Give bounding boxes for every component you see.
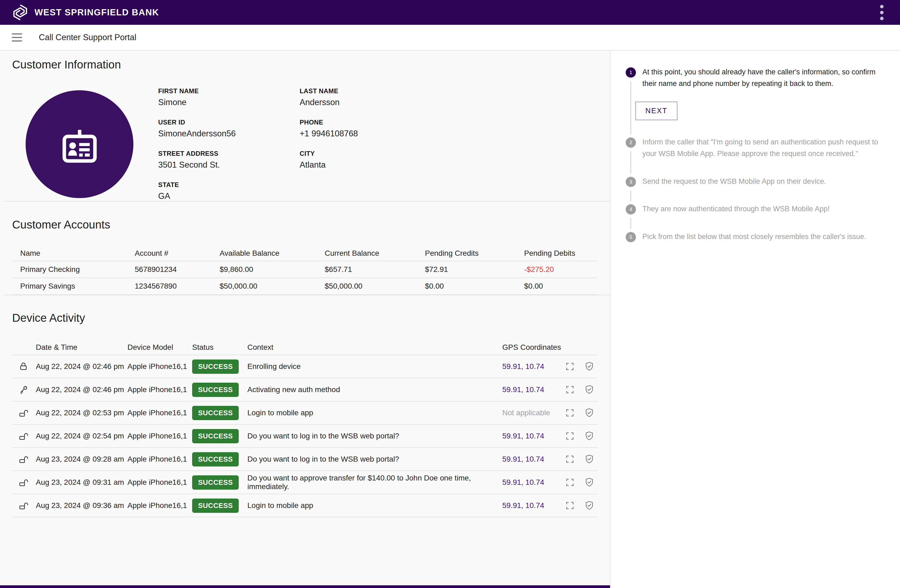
customer-information-block: FIRST NAME Simone USER ID SimoneAndersso…	[0, 87, 610, 201]
shield-check-icon[interactable]	[582, 429, 596, 443]
page-title: Call Center Support Portal	[39, 33, 137, 42]
gps-not-applicable: Not applicable	[502, 408, 563, 417]
expand-icon[interactable]	[563, 406, 577, 420]
shield-check-icon[interactable]	[582, 475, 596, 489]
device-activity-row: Aug 22, 2024 @ 02:53 pm Apple iPhone16,1…	[12, 402, 598, 425]
account-row: Primary Savings 1234567890 $50,000.00 $5…	[12, 278, 598, 295]
status-badge: SUCCESS	[192, 383, 239, 397]
field-first-name: FIRST NAME Simone	[158, 87, 299, 107]
status-badge: SUCCESS	[192, 452, 239, 467]
step-3: 3 Send the request to the WSB Mobile App…	[626, 177, 889, 205]
expand-icon[interactable]	[563, 452, 577, 466]
device-activity-row: Aug 23, 2024 @ 09:28 am Apple iPhone16,1…	[12, 448, 598, 471]
step-connector	[630, 191, 631, 201]
expand-icon[interactable]	[563, 360, 577, 374]
field-state: STATE GA	[158, 181, 299, 201]
field-phone: PHONE +1 9946108768	[299, 119, 441, 138]
device-activity-row: Aug 23, 2024 @ 09:31 am Apple iPhone16,1…	[12, 471, 598, 494]
guidance-stepper: 1 At this point, you should already have…	[611, 51, 900, 588]
device-activity-row: Aug 23, 2024 @ 09:36 am Apple iPhone16,1…	[12, 494, 598, 517]
lock-open-icon	[12, 455, 36, 464]
gps-coordinates-link[interactable]: 59.91, 10.74	[502, 362, 563, 371]
device-activity-heading: Device Activity	[0, 312, 610, 324]
field-street-address: STREET ADDRESS 3501 Second St.	[158, 150, 299, 170]
status-badge: SUCCESS	[192, 360, 239, 374]
lock-closed-icon	[12, 361, 36, 371]
bank-logo-icon	[12, 4, 29, 21]
gps-coordinates-link[interactable]: 59.91, 10.74	[502, 455, 563, 464]
expand-icon[interactable]	[563, 383, 577, 397]
step-number-badge: 5	[626, 232, 636, 242]
brand-name: WEST SPRINGFIELD BANK	[34, 7, 159, 17]
section-divider	[4, 295, 610, 295]
shield-check-icon[interactable]	[582, 360, 596, 374]
id-badge-icon	[53, 118, 106, 171]
footer-strip	[0, 585, 610, 588]
step-number-badge: 3	[626, 177, 636, 187]
accounts-header-row: Name Account # Available Balance Current…	[12, 246, 598, 261]
step-number-badge: 1	[626, 67, 636, 78]
device-activity-table: Date & Time Device Model Status Context …	[0, 340, 610, 517]
field-city: CITY Atlanta	[299, 150, 441, 170]
step-1: 1 At this point, you should already have…	[626, 67, 889, 137]
step-connector	[630, 81, 631, 134]
hamburger-menu-icon[interactable]	[12, 33, 22, 42]
gps-coordinates-link[interactable]: 59.91, 10.74	[502, 385, 563, 394]
kebab-menu-icon[interactable]	[875, 4, 888, 20]
gps-coordinates-link[interactable]: 59.91, 10.74	[502, 432, 563, 440]
customer-accounts-table: Name Account # Available Balance Current…	[0, 246, 610, 295]
step-5: 5 Pick from the list below that most clo…	[626, 232, 889, 242]
step-connector	[630, 218, 631, 229]
shield-check-icon[interactable]	[582, 406, 596, 420]
device-activity-header-row: Date & Time Device Model Status Context …	[12, 340, 598, 355]
step-4: 4 They are now authenticated through the…	[626, 204, 889, 232]
shield-check-icon[interactable]	[582, 498, 596, 512]
negative-debit: -$275.20	[524, 265, 598, 274]
avatar	[26, 90, 133, 198]
status-badge: SUCCESS	[192, 475, 239, 490]
lock-open-icon	[12, 501, 36, 510]
step-2: 2 Inform the caller that "I'm going to s…	[626, 137, 889, 177]
section-divider	[4, 201, 610, 202]
step-instruction: Pick from the list below that most close…	[642, 231, 889, 242]
next-button[interactable]: NEXT	[635, 102, 677, 120]
gps-coordinates-link[interactable]: 59.91, 10.74	[502, 478, 563, 487]
field-last-name: LAST NAME Andersson	[299, 87, 441, 107]
customer-information-heading: Customer Information	[0, 58, 610, 71]
step-number-badge: 4	[626, 204, 636, 214]
expand-icon[interactable]	[563, 475, 577, 489]
lock-open-icon	[12, 478, 36, 487]
main-panel: Customer Information	[0, 51, 611, 588]
expand-icon[interactable]	[563, 498, 577, 512]
step-instruction: At this point, you should already have t…	[642, 66, 889, 89]
lock-open-icon	[12, 431, 36, 441]
lock-open-icon	[12, 408, 36, 418]
gps-coordinates-link[interactable]: 59.91, 10.74	[502, 501, 563, 510]
toolbar: Call Center Support Portal	[0, 25, 900, 51]
step-instruction: They are now authenticated through the W…	[642, 203, 889, 215]
step-instruction: Inform the caller that "I'm going to sen…	[642, 137, 889, 159]
device-activity-row: Aug 22, 2024 @ 02:54 pm Apple iPhone16,1…	[12, 425, 598, 448]
step-number-badge: 2	[626, 137, 636, 148]
expand-icon[interactable]	[563, 429, 577, 443]
customer-fields: FIRST NAME Simone USER ID SimoneAndersso…	[158, 87, 441, 201]
field-user-id: USER ID SimoneAndersson56	[158, 119, 299, 138]
customer-accounts-heading: Customer Accounts	[0, 218, 610, 231]
app-bar: WEST SPRINGFIELD BANK	[0, 0, 900, 25]
device-activity-row: Aug 22, 2024 @ 02:46 pm Apple iPhone16,1…	[12, 379, 598, 402]
step-connector	[630, 152, 631, 173]
account-row: Primary Checking 5678901234 $9,860.00 $6…	[12, 261, 598, 278]
shield-check-icon[interactable]	[582, 383, 596, 397]
status-badge: SUCCESS	[192, 429, 239, 443]
key-icon	[12, 385, 36, 394]
status-badge: SUCCESS	[192, 498, 239, 513]
step-instruction: Send the request to the WSB Mobile App o…	[642, 176, 889, 187]
device-activity-row: Aug 22, 2024 @ 02:46 pm Apple iPhone16,1…	[12, 355, 598, 379]
shield-check-icon[interactable]	[582, 452, 596, 466]
status-badge: SUCCESS	[192, 406, 239, 420]
